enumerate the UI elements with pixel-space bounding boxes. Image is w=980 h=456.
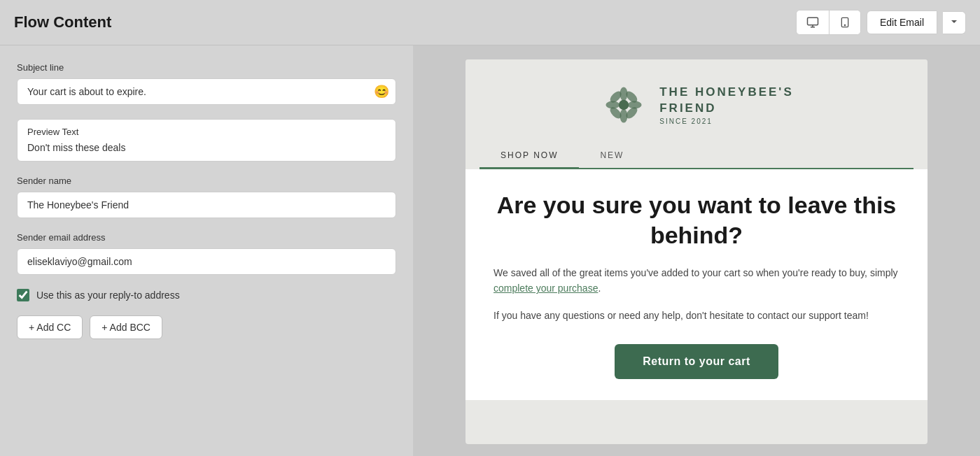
email-nav: SHOP NOW NEW [479, 143, 913, 169]
svg-point-4 [621, 88, 627, 101]
email-cta-wrapper: Return to your cart [493, 344, 899, 379]
header-actions: Edit Email [796, 10, 966, 35]
email-nav-new[interactable]: NEW [579, 143, 645, 168]
email-body: Are you sure you want to leave this behi… [465, 169, 927, 400]
subject-line-label: Subject line [17, 62, 396, 73]
subject-line-input[interactable] [17, 78, 396, 105]
subject-line-wrapper: 😊 [17, 78, 396, 105]
return-to-cart-button[interactable]: Return to your cart [615, 344, 778, 379]
email-body-text-1-end: . [598, 283, 601, 294]
email-preview: THE HONEYBEE'S FRIEND SINCE 2021 SHOP NO… [465, 59, 927, 444]
email-body-paragraph-2: If you have any questions or need any he… [493, 308, 899, 323]
email-brand-header: THE HONEYBEE'S FRIEND SINCE 2021 [465, 59, 927, 143]
brand-name-line1: THE HONEYBEE'S [659, 85, 794, 100]
svg-point-6 [607, 102, 620, 108]
reply-to-checkbox-row: Use this as your reply-to address [17, 289, 396, 301]
svg-point-2 [844, 24, 845, 25]
page-title: Flow Content [14, 13, 111, 31]
mobile-view-button[interactable] [829, 10, 860, 34]
preview-text-group: Preview Text [17, 119, 396, 162]
sender-email-input[interactable] [17, 248, 396, 275]
svg-rect-0 [807, 17, 818, 25]
desktop-view-button[interactable] [797, 10, 829, 34]
sender-email-group: Sender email address [17, 232, 396, 275]
app-header: Flow Content Edit Email [0, 0, 980, 45]
svg-point-5 [621, 110, 627, 122]
right-panel: THE HONEYBEE'S FRIEND SINCE 2021 SHOP NO… [413, 45, 980, 456]
main-content: Subject line 😊 Preview Text Sender name … [0, 45, 980, 456]
preview-text-label: Preview Text [27, 127, 386, 137]
sender-name-label: Sender name [17, 176, 396, 186]
brand-name-line2: FRIEND [659, 101, 794, 116]
brand-text: THE HONEYBEE'S FRIEND SINCE 2021 [659, 85, 794, 124]
email-nav-shop-now[interactable]: SHOP NOW [479, 143, 579, 169]
reply-to-checkbox[interactable] [17, 289, 29, 301]
subject-line-group: Subject line 😊 [17, 62, 396, 105]
sender-name-input[interactable] [17, 192, 396, 218]
svg-point-3 [620, 101, 628, 109]
cc-bcc-row: + Add CC + Add BCC [17, 315, 396, 339]
svg-point-7 [629, 102, 641, 108]
sender-email-label: Sender email address [17, 232, 396, 243]
complete-purchase-link[interactable]: complete your purchase [493, 283, 598, 294]
edit-email-button[interactable]: Edit Email [867, 10, 937, 34]
email-body-text-1: We saved all of the great items you've a… [493, 267, 898, 278]
edit-email-dropdown-button[interactable] [943, 11, 966, 34]
view-toggle [796, 10, 861, 35]
email-body-paragraph-1: We saved all of the great items you've a… [493, 265, 899, 297]
sender-name-group: Sender name [17, 176, 396, 218]
preview-text-input[interactable] [27, 142, 386, 153]
add-bcc-button[interactable]: + Add BCC [90, 315, 162, 339]
brand-logo [599, 80, 648, 129]
reply-to-label: Use this as your reply-to address [36, 290, 180, 301]
emoji-button[interactable]: 😊 [374, 84, 389, 99]
brand-tagline: SINCE 2021 [659, 117, 794, 125]
email-headline: Are you sure you want to leave this behi… [493, 190, 899, 250]
add-cc-button[interactable]: + Add CC [17, 315, 83, 339]
left-panel: Subject line 😊 Preview Text Sender name … [0, 45, 413, 456]
